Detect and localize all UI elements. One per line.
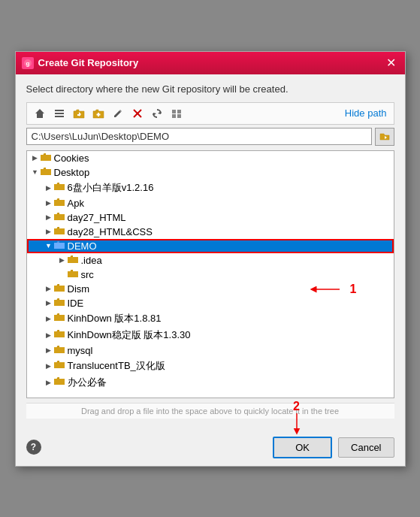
- folder-up-button[interactable]: [70, 105, 88, 122]
- tree-item[interactable]: ▼ DEMO: [27, 239, 394, 253]
- folder-icon: [41, 153, 51, 164]
- title-bar: g Create Git Repository ✕: [16, 52, 405, 74]
- folder-icon: [54, 240, 65, 252]
- path-row: [26, 128, 394, 146]
- tree-item[interactable]: ▶ Apk: [27, 196, 394, 210]
- svg-rect-14: [172, 110, 176, 113]
- tree-item[interactable]: ▶ .idea: [27, 253, 394, 268]
- toolbar: Hide path: [26, 102, 394, 125]
- tree-label: day27_HTML: [68, 212, 126, 223]
- tree-item[interactable]: ▶ IDE: [27, 296, 394, 310]
- refresh-button[interactable]: [148, 105, 166, 122]
- cancel-button[interactable]: Cancel: [338, 437, 394, 458]
- folder-svg: [54, 240, 65, 249]
- svg-rect-7: [77, 114, 80, 116]
- tree-expander: ▶: [44, 315, 54, 322]
- tree-label: KinhDown稳定版 版本1.3.30: [68, 328, 191, 342]
- browse-button[interactable]: [375, 128, 394, 146]
- tree-item[interactable]: ▶ 办公必备: [27, 374, 394, 391]
- tree-expander: ▶: [44, 362, 54, 370]
- tree-label: Apk: [68, 198, 84, 209]
- refresh-icon: [152, 108, 162, 119]
- folder-icon: [68, 255, 78, 266]
- tree-label: Dism: [68, 283, 90, 295]
- tree-annotation-container: ▶ Cookies▼ Desktop▶ 6盘小白羊版v1.2.16▶ Apk▶ …: [26, 150, 394, 398]
- edit-button[interactable]: [109, 105, 127, 122]
- drag-hint-text: Drag and drop a file into the space abov…: [26, 403, 394, 419]
- browse-icon: [379, 132, 390, 142]
- tree-label: day28_HTML&CSS: [68, 226, 153, 237]
- tree-label: Cookies: [54, 153, 89, 164]
- svg-marker-12: [158, 111, 161, 114]
- folder-icon: [68, 269, 78, 280]
- svg-rect-15: [177, 110, 181, 113]
- folder-svg: [68, 255, 78, 264]
- tree-label: .idea: [81, 255, 102, 266]
- tree-expander: ▶: [44, 346, 54, 354]
- tree-label: IDE: [68, 298, 84, 309]
- svg-rect-5: [55, 116, 64, 117]
- folder-svg: [54, 313, 65, 322]
- folder-svg: [54, 198, 65, 207]
- folder-up-icon: [73, 108, 85, 119]
- tree-item[interactable]: ▶ day27_HTML: [27, 210, 394, 225]
- path-input[interactable]: [26, 128, 372, 145]
- tree-expander: ▶: [44, 228, 54, 235]
- description-text: Select directory where the new Git repos…: [26, 83, 394, 95]
- tree-expander: ▶: [44, 199, 54, 207]
- folder-svg: [41, 167, 51, 176]
- tree-label: TranslucentTB_汉化版: [68, 359, 165, 373]
- tree-label: KinhDown 版本1.8.81: [68, 312, 162, 325]
- folder-svg: [54, 329, 65, 338]
- buttons-container: 2 OK Cancel: [41, 437, 394, 458]
- file-tree[interactable]: ▶ Cookies▼ Desktop▶ 6盘小白羊版v1.2.16▶ Apk▶ …: [26, 150, 394, 398]
- list-view-button[interactable]: [50, 105, 68, 122]
- folder-svg: [54, 345, 65, 354]
- tree-label: DEMO: [68, 240, 97, 252]
- new-folder-button[interactable]: [89, 105, 107, 122]
- folder-svg: [54, 182, 65, 191]
- app-icon: g: [22, 57, 34, 69]
- tree-item[interactable]: ▶ KinhDown 版本1.8.81: [27, 310, 394, 327]
- tree-expander: ▶: [30, 154, 41, 162]
- folder-icon: [54, 198, 65, 209]
- tree-expander: ▼: [44, 242, 54, 249]
- folder-icon: [54, 298, 65, 309]
- create-git-repository-dialog: g Create Git Repository ✕ Select directo…: [15, 51, 406, 467]
- tree-item[interactable]: ▶ Dism: [27, 282, 394, 296]
- tree-item[interactable]: ▶ KinhDown稳定版 版本1.3.30: [27, 327, 394, 343]
- tree-label: Desktop: [54, 167, 90, 178]
- help-button[interactable]: ?: [26, 440, 41, 455]
- tree-item[interactable]: ▶ TranslucentTB_汉化版: [27, 358, 394, 374]
- folder-svg: [68, 269, 78, 278]
- toggle-button[interactable]: [168, 105, 186, 122]
- tree-item[interactable]: src: [27, 268, 394, 282]
- folder-icon: [54, 283, 65, 295]
- tree-expander: ▶: [44, 213, 54, 221]
- tree-expander: ▼: [30, 168, 41, 176]
- ok-button[interactable]: OK: [273, 437, 332, 458]
- tree-item[interactable]: ▶ Cookies: [27, 151, 394, 165]
- folder-icon: [54, 376, 65, 388]
- home-button[interactable]: [31, 105, 49, 122]
- delete-icon: [132, 108, 143, 119]
- tree-item[interactable]: ▼ Desktop: [27, 165, 394, 180]
- tree-item[interactable]: ▶ day28_HTML&CSS: [27, 225, 394, 239]
- delete-button[interactable]: [128, 105, 147, 122]
- folder-icon: [54, 345, 65, 356]
- folder-svg: [54, 212, 65, 221]
- folder-icon: [54, 182, 65, 193]
- tree-expander: ▶: [44, 285, 54, 292]
- hide-path-button[interactable]: Hide path: [342, 106, 390, 120]
- folder-icon: [54, 212, 65, 223]
- close-button[interactable]: ✕: [384, 56, 399, 71]
- bottom-row: ? 2 OK Cancel: [16, 434, 405, 466]
- folder-svg: [54, 226, 65, 235]
- tree-expander: ▶: [44, 299, 54, 307]
- folder-svg: [41, 153, 51, 162]
- tree-expander: ▶: [57, 256, 68, 264]
- tree-item[interactable]: ▶ 6盘小白羊版v1.2.16: [27, 180, 394, 196]
- svg-rect-4: [55, 113, 64, 114]
- folder-svg: [54, 298, 65, 307]
- tree-item[interactable]: ▶ mysql: [27, 343, 394, 358]
